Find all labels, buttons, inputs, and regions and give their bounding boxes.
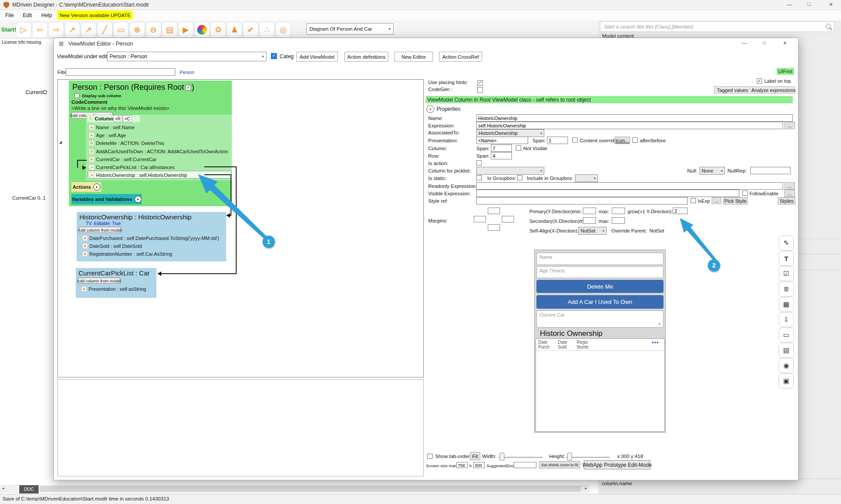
toolbar-zoom-in-icon[interactable]: ⊕: [129, 22, 145, 38]
model-content-row[interactable]: column.name: [602, 481, 632, 486]
menu-edit[interactable]: Edit: [23, 12, 32, 18]
tree-row-deleteme[interactable]: ⚙ DeleteMe : ACTION: DeleteThis: [89, 140, 164, 147]
marker-width-input[interactable]: [456, 462, 468, 468]
doc-tab[interactable]: DOC: [19, 485, 39, 493]
visible-ellipsis-button[interactable]: ...: [784, 190, 795, 197]
analyze-expressions-button[interactable]: Analyze expressions: [752, 86, 795, 94]
is-static-checkbox[interactable]: [476, 175, 482, 180]
grow-input[interactable]: [673, 208, 688, 214]
historic-add-column-button[interactable]: Add column from model: [79, 227, 121, 233]
width-slider[interactable]: [499, 457, 543, 458]
scroll-right-icon[interactable]: ►: [584, 486, 588, 490]
column-for-picklist-select[interactable]: ▾: [476, 167, 544, 175]
tree-row-historicownership[interactable]: ↗ HistoricOwnership : self.HistoricOwner…: [89, 172, 187, 179]
secondary-min-input[interactable]: [583, 217, 596, 224]
style-ref-input[interactable]: [476, 197, 688, 204]
toolbar-window-icon[interactable]: ▤: [162, 22, 177, 38]
palette-image-icon[interactable]: ◉: [779, 358, 794, 373]
suggested-zoom-input[interactable]: [514, 462, 536, 468]
tree-row-age[interactable]: A Age : self.Age: [89, 132, 126, 139]
preview-table-header-datesold[interactable]: DateSold: [558, 340, 567, 349]
categ-checkbox[interactable]: ✓: [271, 53, 277, 59]
toolbar-settings-icon[interactable]: ⚙: [210, 22, 226, 38]
new-editor-button[interactable]: New Editor: [394, 52, 433, 62]
historic-row-datesold[interactable]: A DateSold : self.DateSold: [82, 243, 142, 250]
tree-row-currentcar[interactable]: A CurrentCar : self.CurrentCar: [89, 156, 156, 163]
dialog-minimize-icon[interactable]: —: [742, 40, 747, 46]
codegen-checkbox[interactable]: [477, 87, 483, 93]
add-row-button[interactable]: +R: [113, 115, 122, 122]
toolbar-line-icon[interactable]: ╱: [97, 22, 113, 38]
margin-bottom-input[interactable]: [488, 224, 500, 231]
preview-name-field[interactable]: Name: [536, 253, 664, 265]
toolbar-zoom-out-icon[interactable]: ⊖: [145, 22, 161, 38]
actions-button[interactable]: Actions ▾: [71, 182, 101, 192]
name-input[interactable]: [476, 114, 793, 122]
preview-current-car-select[interactable]: Current Car ▾: [536, 310, 664, 328]
primary-min-input[interactable]: [583, 208, 596, 214]
palette-calendar-icon[interactable]: ▦: [779, 297, 794, 312]
presentation-input[interactable]: [476, 137, 528, 144]
toolbar-link-icon[interactable]: ↗: [64, 22, 80, 38]
self-align-select[interactable]: NotSet ▾: [578, 227, 607, 235]
toolbar-access-icon[interactable]: ♟: [227, 22, 242, 38]
scrollbar-thumb[interactable]: [39, 486, 581, 492]
start-label[interactable]: Start!: [1, 26, 16, 33]
action-crossref-button[interactable]: Action CrossRef: [439, 52, 482, 62]
preview-delete-button[interactable]: Delete Me: [536, 280, 664, 293]
add-viewmodel-button[interactable]: Add ViewModel: [296, 52, 338, 62]
row-span-input[interactable]: [491, 152, 512, 159]
tree-row-addacar[interactable]: ⚙ AddACarIUsedToOwn : ACTION: AddACarIUs…: [89, 148, 228, 155]
tree-row-currentcarpicklist[interactable]: ↗ CurrentCarPickList : Car.allInstances: [89, 164, 175, 171]
label-on-top-checkbox[interactable]: ✓: [757, 78, 762, 84]
use-placing-hints-checkbox[interactable]: ✓: [477, 80, 483, 86]
preview-table-more-icon[interactable]: •••: [652, 339, 659, 345]
maximize-icon[interactable]: □: [807, 1, 810, 7]
requires-root-checkbox[interactable]: ✓: [185, 85, 191, 91]
expression-input[interactable]: [476, 122, 783, 129]
isexp-checkbox[interactable]: [691, 198, 696, 203]
height-slider[interactable]: [566, 457, 610, 458]
toolbar-spiral-icon[interactable]: ◎: [275, 22, 291, 38]
icon-button[interactable]: Icon...: [614, 137, 630, 144]
viewmodel-select[interactable]: Person : Person ▾: [107, 52, 266, 61]
height-slider-thumb[interactable]: [567, 453, 572, 461]
width-slider-thumb[interactable]: [500, 453, 504, 461]
palette-checkbox-icon[interactable]: ☑: [779, 266, 794, 281]
dialog-close-icon[interactable]: ×: [783, 39, 787, 46]
minimize-icon[interactable]: —: [787, 2, 792, 7]
palette-button-icon[interactable]: ▭: [779, 328, 794, 342]
code-comment-value[interactable]: <Write a line on why this ViewModel exis…: [71, 106, 169, 111]
palette-import-icon[interactable]: ⇩: [779, 312, 794, 327]
filter-input[interactable]: [66, 68, 175, 76]
dialog-maximize-icon[interactable]: □: [763, 40, 766, 45]
palette-list-icon[interactable]: ▤: [779, 343, 794, 358]
add-column-plus-button[interactable]: +C: [123, 115, 132, 122]
tagged-values-button[interactable]: Tagged values: [714, 86, 751, 94]
set-shrink-zoom-button[interactable]: Set shrink zoom to fit: [539, 461, 580, 469]
tree-expander-icon[interactable]: ◢: [59, 140, 62, 144]
preview-table-header-registration[interactable]: RegisNumb: [577, 340, 589, 349]
historic-row-datepurchased[interactable]: A DatePurchased : self.DatePurchased.ToS…: [82, 235, 219, 242]
secondary-max-input[interactable]: [612, 217, 625, 224]
marker-height-input[interactable]: [473, 462, 485, 468]
margin-top-input[interactable]: [488, 208, 500, 214]
margin-right-input[interactable]: [502, 216, 514, 222]
null-select[interactable]: None ▾: [699, 167, 725, 175]
is-action-checkbox[interactable]: [476, 160, 482, 166]
margin-left-input[interactable]: [474, 216, 486, 222]
tree-row-name[interactable]: A Name : self.Name: [89, 124, 135, 131]
close-icon[interactable]: ×: [829, 1, 833, 8]
is-groupbox-checkbox[interactable]: [517, 175, 522, 180]
include-groupbox-select[interactable]: ▾: [575, 174, 598, 182]
toolbar-frame-icon[interactable]: ▭: [113, 22, 129, 38]
search-icon[interactable]: [826, 24, 831, 29]
toolbar-colorwheel-icon[interactable]: [194, 22, 210, 38]
toolbar-run-icon[interactable]: ▷: [16, 22, 32, 38]
toolbar-window-run-icon[interactable]: ▶: [178, 22, 194, 38]
display-sub-column-checkbox[interactable]: [75, 93, 79, 98]
content-override-checkbox[interactable]: [572, 137, 578, 143]
toolbar-forward-icon[interactable]: ⇨: [48, 22, 64, 38]
webapp-prototype-button[interactable]: WebApp Prototype Edit-Mode: [584, 460, 650, 469]
pick-style-button[interactable]: Pick Style: [723, 197, 748, 204]
